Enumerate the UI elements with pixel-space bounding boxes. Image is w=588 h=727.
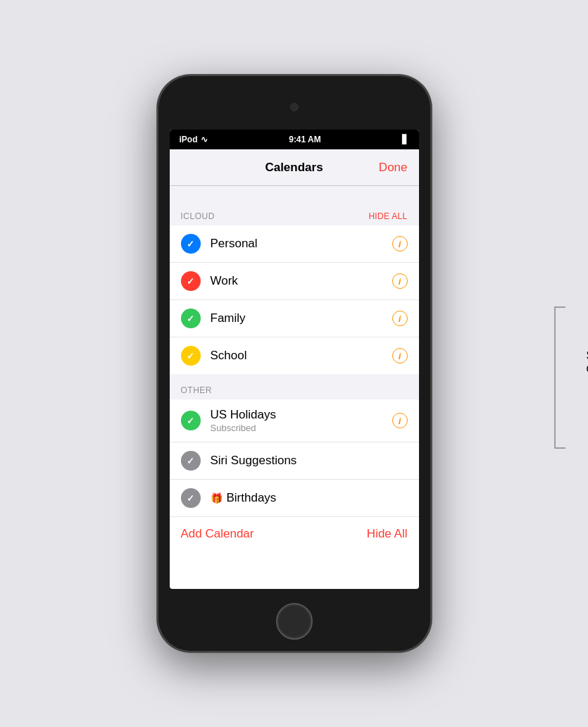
icloud-section-header: ICLOUD HIDE ALL xyxy=(170,200,419,225)
personal-name: Personal xyxy=(211,237,392,251)
other-section-header: OTHER xyxy=(170,374,419,399)
nav-title: Calendars xyxy=(265,161,323,175)
status-bar: iPod ∿ 9:41 AM ▋ xyxy=(170,130,419,149)
check-work: ✓ xyxy=(181,271,201,291)
carrier-label: iPod xyxy=(180,135,198,144)
other-label: OTHER xyxy=(181,385,213,395)
us-holidays-name: US Holidays xyxy=(211,408,392,422)
check-personal: ✓ xyxy=(181,234,201,254)
calendar-item-work[interactable]: ✓ Work i xyxy=(170,263,419,300)
birthdays-info: 🎁Birthdays xyxy=(211,491,408,505)
nav-bar: Calendars Done xyxy=(170,149,419,186)
device: iPod ∿ 9:41 AM ▋ Calendars Done ICLOUD H… xyxy=(157,75,432,652)
calendar-item-personal[interactable]: ✓ Personal i xyxy=(170,225,419,263)
status-left: iPod ∿ xyxy=(180,135,208,144)
us-holidays-sub: Subscribed xyxy=(211,423,392,433)
calendar-item-siri[interactable]: ✓ Siri Suggestions xyxy=(170,442,419,480)
personal-info: Personal xyxy=(211,237,392,251)
us-holidays-info: US Holidays Subscribed xyxy=(211,408,392,433)
birthdays-name: 🎁Birthdays xyxy=(211,491,408,505)
school-info: School xyxy=(211,349,392,363)
check-us-holidays: ✓ xyxy=(181,411,201,430)
gift-icon: 🎁 xyxy=(211,492,223,504)
calendar-item-us-holidays[interactable]: ✓ US Holidays Subscribed i xyxy=(170,399,419,442)
camera xyxy=(290,103,299,111)
work-info-button[interactable]: i xyxy=(392,273,408,289)
battery-icon: ▋ xyxy=(402,135,408,144)
calendar-item-birthdays[interactable]: ✓ 🎁Birthdays xyxy=(170,480,419,516)
top-spacer xyxy=(170,186,419,200)
hide-all-button[interactable]: Hide All xyxy=(367,527,408,541)
footer-bar: Add Calendar Hide All xyxy=(170,516,419,550)
icloud-label: ICLOUD xyxy=(181,211,215,221)
calendar-item-family[interactable]: ✓ Family i xyxy=(170,300,419,337)
personal-info-button[interactable]: i xyxy=(392,236,408,251)
screen: iPod ∿ 9:41 AM ▋ Calendars Done ICLOUD H… xyxy=(170,130,419,589)
family-name: Family xyxy=(211,311,392,325)
icloud-calendar-list: ✓ Personal i ✓ Work i ✓ xyxy=(170,225,419,374)
other-calendar-list: ✓ US Holidays Subscribed i ✓ Siri Sugges… xyxy=(170,399,419,516)
wifi-icon: ∿ xyxy=(201,135,208,144)
icloud-hide-all[interactable]: HIDE ALL xyxy=(368,211,407,221)
annotation-container xyxy=(551,300,573,458)
check-family: ✓ xyxy=(181,309,201,328)
other-header-row: OTHER xyxy=(181,385,408,395)
check-birthdays: ✓ xyxy=(181,488,201,508)
siri-info: Siri Suggestions xyxy=(211,454,408,468)
siri-name: Siri Suggestions xyxy=(211,454,408,468)
add-calendar-button[interactable]: Add Calendar xyxy=(181,527,254,541)
school-name: School xyxy=(211,349,392,363)
check-school: ✓ xyxy=(181,346,201,366)
icloud-header-row: ICLOUD HIDE ALL xyxy=(181,211,408,221)
work-info: Work xyxy=(211,274,392,288)
home-button[interactable] xyxy=(276,603,313,640)
check-siri: ✓ xyxy=(181,451,201,471)
status-right: ▋ xyxy=(402,135,408,144)
family-info: Family xyxy=(211,311,392,325)
done-button[interactable]: Done xyxy=(379,161,408,175)
school-info-button[interactable]: i xyxy=(392,348,408,364)
time-label: 9:41 AM xyxy=(289,135,321,144)
work-name: Work xyxy=(211,274,392,288)
calendar-item-school[interactable]: ✓ School i xyxy=(170,337,419,374)
family-info-button[interactable]: i xyxy=(392,311,408,326)
us-holidays-info-button[interactable]: i xyxy=(392,413,408,428)
bracket-svg xyxy=(551,300,573,455)
